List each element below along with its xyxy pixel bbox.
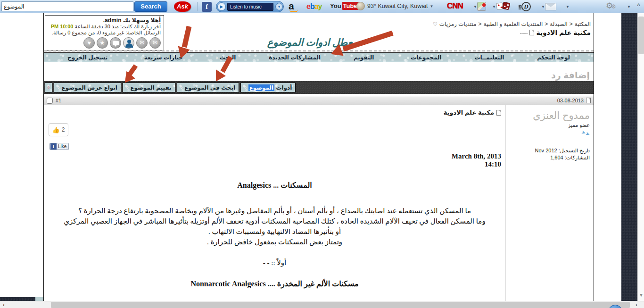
navbar-item-calendar[interactable]: التقويم [354, 54, 374, 61]
user-status-icon: ➤➤ [580, 129, 591, 138]
add-reply-button[interactable]: إضافة رد [551, 70, 590, 81]
post-date: 03-08-2013 [557, 98, 584, 103]
last-visit-line: آخر زيارة لك كانت: منذ 30 دقيقة الساعة 1… [48, 24, 161, 30]
username[interactable]: admin. [103, 17, 122, 24]
ebay-icon[interactable]: ebay [306, 2, 322, 11]
toolbar-collapse-icon[interactable]: ^ [637, 2, 640, 9]
breadcrumb-trail: ♡ منتديات رمزيات > المنتديات العلمية و ا… [433, 21, 591, 27]
post-count-line: المشاركات: 1,604 [511, 154, 590, 161]
horizontal-scrollbar[interactable]: ‹ › [0, 301, 644, 308]
navbar-item-logout[interactable]: تسجيل الخروج [67, 54, 107, 61]
page-footer-edge [0, 297, 35, 301]
welcome-greeting: أهلا وسهلا بك admin. [48, 17, 161, 24]
navbar-item-quick-links[interactable]: خيارات سريعة ◊ [140, 54, 183, 61]
breadcrumb-link[interactable]: الصيدلة [550, 21, 567, 27]
post-paragraph-line: ما المسكن الذي تستعمله عند اصابتك بالصدا… [44, 206, 505, 216]
facebook-icon[interactable]: f [202, 2, 212, 12]
chevron-down-icon[interactable]: ▼ [429, 4, 433, 8]
join-date-line: تاريخ التسجيل: Nov 2012 [511, 147, 590, 154]
music-dropdown-icon[interactable]: ▾ [275, 3, 283, 10]
post-header-bar: #1 03-08-2013 [44, 96, 594, 105]
page-footer-edge-light [35, 297, 43, 301]
dashed-divider [44, 50, 594, 51]
breadcrumb-current-row: مكتبة علم الادوية [433, 29, 591, 36]
heart-icon[interactable]: ♥ [83, 37, 95, 49]
horizontal-scrollbar-thumb[interactable] [51, 302, 630, 308]
navbar-item-new-posts[interactable]: المشاركات الجديدة [269, 54, 321, 61]
current-page-title: مكتبة علم الادوية [536, 29, 591, 36]
deals-d-icon[interactable]: D [521, 2, 531, 11]
map-pin-icon [482, 3, 487, 8]
welcome-panel: أهلا وسهلا بك admin. آخر زيارة لك كانت: … [45, 15, 164, 51]
chevron-down-icon[interactable]: ▼ [541, 5, 545, 9]
mail-icon[interactable]: ✉ [136, 37, 148, 49]
tab-display-modes[interactable]: انواع عرض الموضوع◊ [54, 83, 121, 92]
chevron-down-icon[interactable]: ▼ [566, 5, 570, 9]
post-select-checkbox[interactable] [47, 98, 53, 104]
scroll-down-icon[interactable]: ▼ [639, 292, 644, 298]
profile-icon[interactable] [123, 37, 134, 49]
youtube-icon[interactable]: YouTube [330, 2, 359, 9]
chevron-down-icon[interactable]: ▼ [473, 5, 477, 9]
settings-gears-icon[interactable]: ⚙⚙ [606, 1, 616, 11]
page-background-strip [621, 13, 637, 301]
vertical-scrollbar-thumb[interactable] [638, 17, 644, 54]
music-player-widget[interactable]: ▶ Listen to music ▾ [216, 1, 284, 12]
navbar-item-search[interactable]: البحث ◊ [216, 54, 236, 61]
chat-icon[interactable] [110, 37, 121, 49]
poster-info-cell: ممدوح العنزي عضو مميز ➤➤ تاريخ التسجيل: … [507, 105, 594, 301]
browser-toolbar: Search Ask f ▶ Listen to music ▾ a ebay … [0, 0, 644, 13]
navbar-item-control-panel[interactable]: لوحة التحكم [537, 54, 570, 61]
forum-content-box: أهلا وسهلا بك admin. آخر زيارة لك كانت: … [43, 13, 594, 301]
screen: Search Ask f ▶ Listen to music ▾ a ebay … [0, 0, 644, 308]
scroll-left-icon[interactable]: ‹ [3, 302, 5, 308]
amazon-icon[interactable]: a [289, 0, 294, 12]
post-number[interactable]: #1 [56, 98, 61, 103]
weather-widget[interactable]: 93° Kuwait City, Kuwait ▼ [356, 2, 433, 10]
poster-stats: تاريخ التسجيل: Nov 2012 المشاركات: 1,604 [511, 147, 590, 161]
toolbar-separator [197, 2, 198, 11]
reload-page-icon[interactable] [529, 30, 534, 35]
cnn-icon[interactable]: CNN [447, 1, 463, 11]
post-number-group: #1 [47, 98, 61, 104]
tab-mini[interactable]: ◊ [45, 83, 52, 92]
post-permalink-icon[interactable] [586, 98, 591, 103]
tab-thread-tools[interactable]: أدوات الموضوع◊ [240, 83, 296, 92]
navbar-item-groups[interactable]: المجموعات ◊ [407, 54, 441, 61]
post-datetime: March 8th, 2013 14:10 [452, 152, 501, 168]
navbar: تسجيل الخروج خيارات سريعة ◊ البحث ◊ المش… [44, 52, 594, 62]
breadcrumb-separator: > [479, 21, 482, 27]
tab-search-thread[interactable]: ابحث فى الموضوع◊ [177, 83, 239, 92]
tab-rate-thread[interactable]: تقييم الموضوع◊ [123, 83, 175, 92]
play-icon[interactable]: ▶ [217, 2, 226, 11]
maps-icon[interactable] [477, 2, 486, 11]
ask-logo-icon[interactable]: Ask [174, 1, 191, 12]
like-button[interactable]: 👍 2 [49, 123, 68, 136]
post-subheading: مسكنات الألم غير المخدرة .... Nonnarcoti… [44, 279, 505, 288]
send-mail-icon[interactable]: ✉ [149, 37, 161, 49]
weather-globe-icon [356, 2, 365, 10]
facebook-like-button[interactable]: f Like [50, 143, 69, 150]
find-highlight: الموضوع [248, 84, 275, 91]
ebay-letter: b [310, 2, 314, 10]
facebook-like-label: Like [58, 144, 66, 149]
vertical-scrollbar[interactable]: ▼ [637, 13, 644, 301]
chevron-down-icon[interactable]: ▼ [492, 5, 496, 9]
breadcrumb-link[interactable]: المكتبة [575, 21, 591, 27]
post-area: مكتبة علم الادوية 👍 2 f Like March 8th, … [44, 105, 594, 301]
breadcrumb-link[interactable]: منتديات رمزيات [439, 21, 477, 27]
mail-icon[interactable] [545, 3, 556, 10]
search-input[interactable] [1, 1, 133, 11]
private-messages-line[interactable]: الرسائل الخاصة: غير مقروء 0، من مجموع 0 … [48, 30, 161, 36]
welcome-icons-row: ✉ ✉ ★ ♥ [48, 37, 161, 49]
post-date-group: 03-08-2013 [557, 98, 591, 103]
chevron-down-icon[interactable]: ▼ [627, 5, 631, 9]
scroll-right-icon[interactable]: › [636, 302, 637, 308]
breadcrumb-link[interactable]: المنتديات العلمية و الطبية [484, 21, 543, 27]
poster-username[interactable]: ممدوح العنزي [511, 110, 590, 121]
star-icon[interactable]: ★ [97, 37, 108, 49]
youtube-you: You [330, 2, 341, 9]
search-button[interactable]: Search [134, 1, 167, 12]
navbar-item-help[interactable]: التعليمــات [474, 54, 504, 61]
games-dice-icon[interactable] [496, 2, 514, 11]
